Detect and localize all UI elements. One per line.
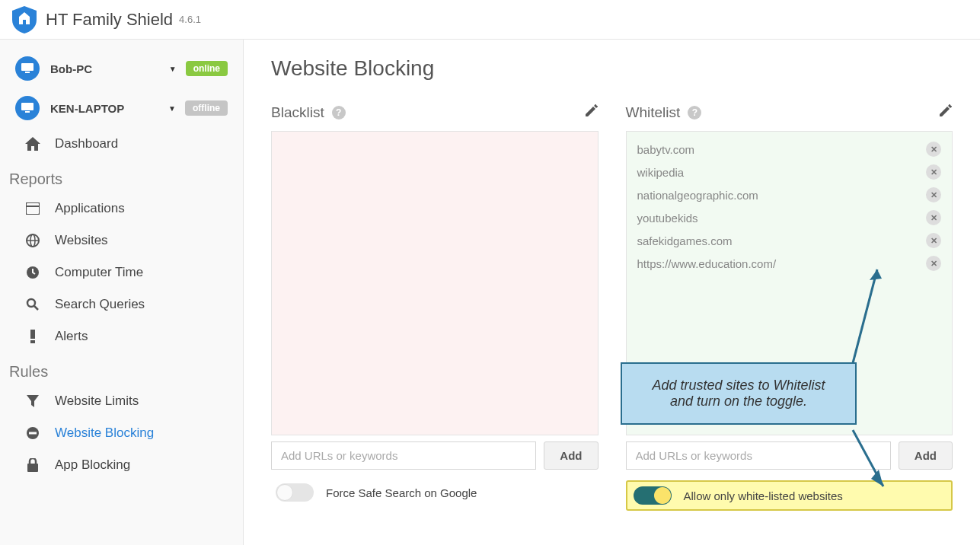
monitor-icon xyxy=(15,96,40,120)
remove-button[interactable]: ✕ xyxy=(926,142,941,157)
safe-search-toggle-row: Force Safe Search on Google xyxy=(271,480,599,505)
list-item: safekidgames.com✕ xyxy=(627,229,953,252)
list-item: https://www.education.com/✕ xyxy=(627,252,953,275)
whitelist-add-button[interactable]: Add xyxy=(899,441,953,470)
remove-button[interactable]: ✕ xyxy=(926,256,941,271)
search-icon xyxy=(24,298,41,311)
whitelist-title: Whitelist xyxy=(626,104,681,121)
whitelist-column: Whitelist ? babytv.com✕wikipedia✕nationa… xyxy=(626,104,953,511)
safe-search-toggle[interactable] xyxy=(276,483,314,502)
monitor-icon xyxy=(15,56,40,81)
page-title: Website Blocking xyxy=(271,56,953,81)
remove-button[interactable]: ✕ xyxy=(926,164,941,180)
status-badge: online xyxy=(186,61,228,76)
blacklist-column: Blacklist ? Add Force Safe Search on Goo… xyxy=(271,104,599,511)
section-reports: Reports xyxy=(0,160,243,193)
globe-icon xyxy=(24,234,41,247)
chevron-down-icon: ▼ xyxy=(169,65,177,73)
section-rules: Rules xyxy=(0,352,243,385)
help-icon[interactable]: ? xyxy=(332,106,346,120)
list-item-text: safekidgames.com xyxy=(637,234,927,247)
svg-rect-13 xyxy=(30,340,35,343)
nav-app-blocking[interactable]: App Blocking xyxy=(0,449,243,481)
device-row-bob-pc[interactable]: Bob-PC ▼ online xyxy=(0,49,243,88)
allow-only-whitelist-toggle[interactable] xyxy=(634,486,672,505)
app-logo-icon xyxy=(12,6,37,33)
device-row-ken-laptop[interactable]: KEN-LAPTOP ▼ offline xyxy=(0,88,243,128)
toggle-label: Force Safe Search on Google xyxy=(326,486,477,499)
nav-website-limits[interactable]: Website Limits xyxy=(0,385,243,417)
home-icon xyxy=(24,137,41,151)
window-icon xyxy=(24,202,41,215)
svg-rect-15 xyxy=(29,432,37,435)
svg-rect-3 xyxy=(25,111,30,113)
allow-only-whitelist-row: Allow only white-listed websites xyxy=(626,480,953,511)
list-item-text: youtubekids xyxy=(637,212,927,225)
clock-icon xyxy=(24,266,41,279)
list-item: babytv.com✕ xyxy=(627,138,953,161)
svg-rect-12 xyxy=(30,330,35,339)
list-item-text: babytv.com xyxy=(637,143,927,156)
nav-label: Website Blocking xyxy=(55,425,154,441)
svg-rect-16 xyxy=(27,464,38,472)
status-badge: offline xyxy=(185,100,228,116)
whitelist-input[interactable] xyxy=(626,441,891,470)
list-item: youtubekids✕ xyxy=(627,206,953,229)
edit-icon[interactable] xyxy=(937,104,953,122)
nav-label: Computer Time xyxy=(55,265,143,280)
nav-label: App Blocking xyxy=(55,457,130,473)
callout-line1: Add trusted sites to Whitelist xyxy=(639,378,838,394)
svg-rect-1 xyxy=(25,72,30,73)
remove-button[interactable]: ✕ xyxy=(926,233,941,248)
nav-alerts[interactable]: Alerts xyxy=(0,320,243,352)
lock-icon xyxy=(24,458,41,472)
nav-computer-time[interactable]: Computer Time xyxy=(0,257,243,288)
app-version: 4.6.1 xyxy=(179,14,201,25)
main-content: Website Blocking Blacklist ? Add Force S… xyxy=(244,40,980,545)
blacklist-title: Blacklist xyxy=(271,104,324,121)
nav-label: Applications xyxy=(55,201,125,216)
remove-button[interactable]: ✕ xyxy=(926,187,941,202)
toggle-label: Allow only white-listed websites xyxy=(684,489,843,502)
list-item-text: https://www.education.com/ xyxy=(637,257,927,270)
list-item: wikipedia✕ xyxy=(627,161,953,183)
nav-websites[interactable]: Websites xyxy=(0,225,243,257)
remove-button[interactable]: ✕ xyxy=(926,210,941,225)
blacklist-box xyxy=(271,131,599,435)
callout-line2: and turn on the toggle. xyxy=(639,394,838,410)
app-header: HT Family Shield 4.6.1 xyxy=(0,0,980,40)
nav-label: Dashboard xyxy=(55,136,118,151)
list-item-text: nationalgeographic.com xyxy=(637,189,927,202)
nav-applications[interactable]: Applications xyxy=(0,193,243,225)
svg-point-10 xyxy=(27,299,35,307)
svg-line-11 xyxy=(34,306,38,310)
callout-tooltip: Add trusted sites to Whitelist and turn … xyxy=(621,362,857,425)
nav-search-queries[interactable]: Search Queries xyxy=(0,288,243,320)
device-name: KEN-LAPTOP xyxy=(50,102,159,115)
list-item-text: wikipedia xyxy=(637,166,927,179)
block-icon xyxy=(24,426,41,440)
sidebar: Bob-PC ▼ online KEN-LAPTOP ▼ offline Das… xyxy=(0,40,244,545)
edit-icon[interactable] xyxy=(583,104,599,122)
nav-website-blocking[interactable]: Website Blocking xyxy=(0,417,243,449)
svg-rect-4 xyxy=(26,202,40,215)
svg-rect-2 xyxy=(21,103,34,110)
blacklist-input[interactable] xyxy=(271,441,536,470)
nav-label: Websites xyxy=(55,233,108,248)
help-icon[interactable]: ? xyxy=(688,106,701,120)
nav-label: Search Queries xyxy=(55,297,145,312)
app-title: HT Family Shield xyxy=(46,10,173,30)
device-name: Bob-PC xyxy=(50,62,160,75)
nav-label: Website Limits xyxy=(55,394,139,409)
chevron-down-icon: ▼ xyxy=(168,104,176,113)
nav-label: Alerts xyxy=(55,329,88,344)
filter-icon xyxy=(24,395,41,407)
list-item: nationalgeographic.com✕ xyxy=(627,183,953,206)
svg-rect-0 xyxy=(21,63,34,71)
blacklist-add-button[interactable]: Add xyxy=(544,441,598,470)
nav-dashboard[interactable]: Dashboard xyxy=(0,128,243,160)
alert-icon xyxy=(24,330,41,343)
